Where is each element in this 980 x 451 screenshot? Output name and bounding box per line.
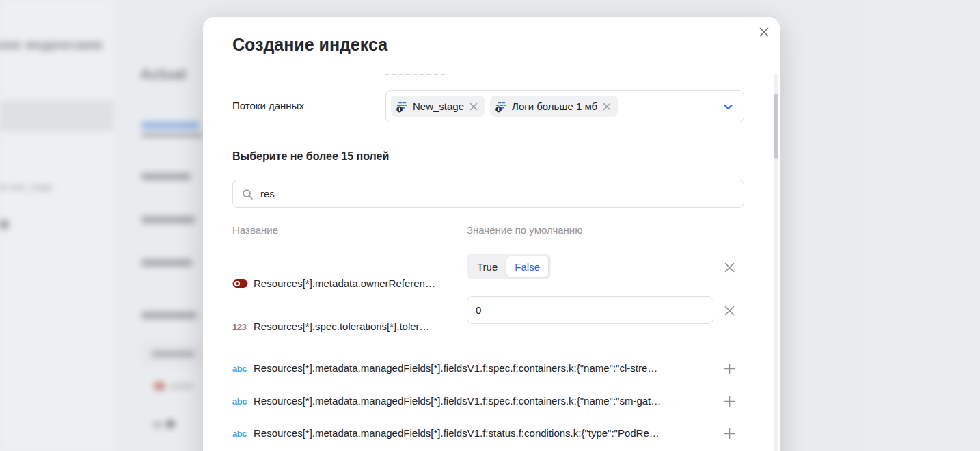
add-field-button[interactable] [722,426,737,441]
field-name: Resources[*].metadata.ownerReferen… [254,277,435,289]
data-streams-label: Потоки данных [232,100,304,111]
column-header-default-value: Значение по умолчанию [467,224,582,236]
data-streams-select[interactable]: New_stage Логи больше 1 мб [385,90,744,122]
boolean-type-icon [232,279,248,288]
column-header-name: Название [232,224,278,236]
stream-tag: New_stage [391,96,485,117]
dialog-title: Создание индекса [232,33,387,55]
string-type-icon: abc [232,428,247,439]
option-true[interactable]: True [469,256,506,277]
data-stream-icon [495,100,507,113]
close-icon [758,26,770,38]
remove-field-button[interactable] [722,260,737,275]
string-type-icon: abc [232,364,247,374]
scrolled-element-fragment [385,73,445,75]
boolean-default-segmented-control: True False [467,254,551,279]
stream-tag-label: Логи больше 1 мб [512,100,597,112]
suggested-field-name: Resources[*].metadata.managedFields[*].f… [254,427,659,439]
scrollbar-track[interactable] [774,74,778,451]
field-name: Resources[*].spec.tolerations[*].toler… [254,320,430,332]
add-field-button[interactable] [722,361,737,376]
stream-tag: Логи больше 1 мб [490,96,618,117]
close-button[interactable] [754,23,774,42]
number-default-input[interactable] [467,296,713,324]
remove-tag-button[interactable] [602,102,612,111]
search-icon [242,189,254,200]
select-dropdown-button[interactable] [722,100,735,113]
number-type-icon: 123 [232,322,246,332]
plus-icon [723,427,736,440]
option-false[interactable]: False [506,256,549,277]
suggested-field-name: Resources[*].metadata.managedFields[*].f… [254,395,661,407]
close-icon [723,261,736,274]
suggested-field-name: Resources[*].metadata.managedFields[*].f… [254,362,657,374]
remove-tag-button[interactable] [469,102,478,111]
fields-section-heading: Выберите не более 15 полей [232,150,389,163]
remove-field-button[interactable] [722,303,737,318]
chevron-down-icon [722,100,735,113]
section-divider [232,338,744,338]
plus-icon [723,395,736,408]
string-type-icon: abc [232,396,247,407]
create-index-dialog: Создание индекса Потоки данных New_stage [203,17,780,451]
add-field-button[interactable] [722,394,737,409]
stream-tag-label: New_stage [413,100,464,112]
scrollbar-thumb[interactable] [774,94,778,159]
close-icon [723,304,736,317]
field-search [232,180,744,208]
data-stream-icon [396,100,408,113]
search-input[interactable] [260,180,739,207]
plus-icon [723,362,736,375]
